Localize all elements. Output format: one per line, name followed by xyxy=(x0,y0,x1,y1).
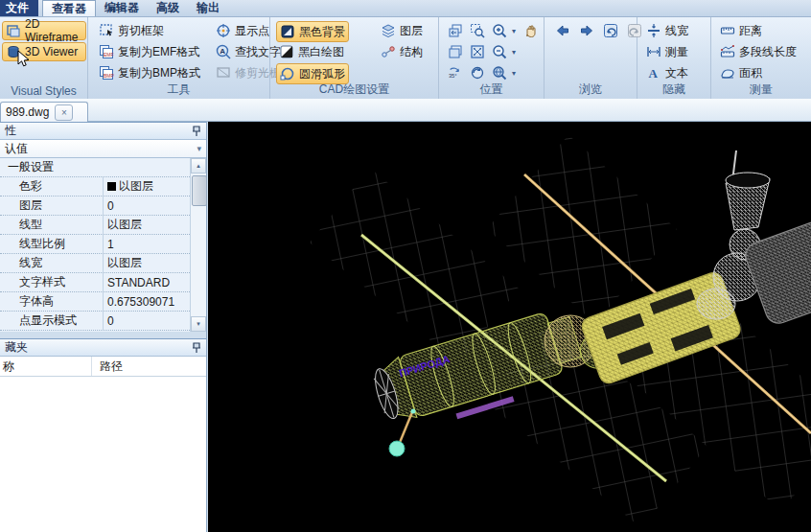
color-swatch xyxy=(107,182,116,191)
property-row-color[interactable]: 色彩 以图层 xyxy=(0,177,190,197)
smooth-arc-icon xyxy=(280,66,295,81)
tab-viewer[interactable]: 查看器 xyxy=(42,0,96,16)
pin-icon[interactable] xyxy=(192,342,201,354)
group-label-position: 位置 xyxy=(439,81,544,98)
group-tools: 剪切框架 EMF 复制为EMF格式 BMP 复制为BMP格式 显示点 A 查找文… xyxy=(88,17,270,99)
3d-viewer-button[interactable]: 3D Viewer xyxy=(2,42,86,61)
tab-advanced[interactable]: 高级 xyxy=(148,0,188,16)
document-tab[interactable]: 989.dwg × xyxy=(0,102,88,122)
zoom-in-icon[interactable] xyxy=(492,23,507,38)
tab-editor[interactable]: 编辑器 xyxy=(96,0,148,16)
polyline-length-button[interactable]: 多段线长度 xyxy=(717,42,799,61)
zoom-extents-icon[interactable] xyxy=(470,44,485,59)
distance-label: 距离 xyxy=(739,23,762,39)
svg-text:A: A xyxy=(220,47,225,56)
bw-drawing-icon xyxy=(279,44,294,59)
show-points-button[interactable]: 显示点 xyxy=(213,21,272,40)
property-row-linetype[interactable]: 线型 以图层 xyxy=(0,216,190,235)
copy-bmp-button[interactable]: BMP 复制为BMP格式 xyxy=(96,63,203,82)
property-category-row[interactable]: 一般设置 xyxy=(0,158,190,177)
pin-icon[interactable] xyxy=(192,126,201,137)
mouse-cursor xyxy=(17,50,31,69)
property-row-linetype-scale[interactable]: 线型比例 1 xyxy=(0,235,190,254)
space-station-wireframe: ПРИРОДА xyxy=(208,122,811,532)
ribbon-tab-bar: 文件 查看器 编辑器 高级 输出 xyxy=(0,0,811,17)
copy-emf-label: 复制为EMF格式 xyxy=(118,44,199,60)
area-button[interactable]: 面积 xyxy=(717,63,765,82)
measure-icon xyxy=(646,44,661,59)
hide-measure-button[interactable]: 测量 xyxy=(643,42,691,61)
property-row-textstyle[interactable]: 文字样式 STANDARD xyxy=(0,273,190,292)
scrollbar-thumb[interactable] xyxy=(192,175,207,206)
polyline-length-label: 多段线长度 xyxy=(739,44,797,60)
clip-frame-button[interactable]: 剪切框架 xyxy=(96,21,167,40)
zoom-out-dropdown-arrow[interactable]: ▾ xyxy=(512,48,516,57)
group-label-visual-styles: Visual Styles xyxy=(0,84,87,98)
zoom-in-dropdown-arrow[interactable]: ▾ xyxy=(512,27,516,35)
group-measure: 距离 多段线长度 面积 测量 xyxy=(711,17,811,99)
area-icon xyxy=(720,65,735,81)
group-label-tools: 工具 xyxy=(88,81,269,98)
text-label: 文本 xyxy=(665,65,688,81)
properties-header-label: 性 xyxy=(5,123,16,139)
scroll-up-icon[interactable]: ▴ xyxy=(191,158,206,173)
polyline-length-icon xyxy=(720,44,735,59)
zoom-out-icon[interactable] xyxy=(492,44,507,59)
text-button[interactable]: A 文本 xyxy=(643,63,691,82)
bw-drawing-button[interactable]: 黑白绘图 xyxy=(276,42,347,61)
3d-viewer-label: 3D Viewer xyxy=(25,45,78,58)
property-row-pointmode[interactable]: 点显示模式 0 xyxy=(0,312,190,331)
copy-view-icon[interactable] xyxy=(448,44,463,59)
document-tab-bar: 989.dwg × xyxy=(0,99,811,122)
copy-emf-button[interactable]: EMF 复制为EMF格式 xyxy=(96,42,202,61)
black-background-toggle[interactable]: 黑色背景 xyxy=(276,21,349,42)
rotate-angle-icon[interactable]: 35° xyxy=(448,65,463,81)
forward-icon[interactable] xyxy=(579,23,594,38)
svg-text:EMF: EMF xyxy=(104,52,114,58)
properties-table: 一般设置 色彩 以图层 图层 0 线型 以图层 线型比例 1 xyxy=(0,158,206,332)
tab-output[interactable]: 输出 xyxy=(188,0,228,16)
group-cad-settings: 黑色背景 黑白绘图 圆滑弧形 图层 结构 CAD绘图设置 xyxy=(270,17,439,99)
lineweight-label: 线宽 xyxy=(665,23,688,39)
close-document-icon[interactable]: × xyxy=(55,104,73,121)
distance-button[interactable]: 距离 xyxy=(717,21,765,40)
favorites-list[interactable] xyxy=(0,377,206,532)
preset-value: 认值 xyxy=(5,141,28,157)
previous-view-icon[interactable] xyxy=(448,23,463,38)
layers-button[interactable]: 图层 xyxy=(378,21,426,40)
favorites-column-path[interactable]: 路径 xyxy=(92,357,206,376)
back-icon[interactable] xyxy=(555,23,570,38)
favorites-column-headers: 称 路径 xyxy=(0,357,206,377)
black-background-icon xyxy=(280,24,295,39)
group-browse: 浏览 xyxy=(545,17,637,99)
property-row-fontheight[interactable]: 字体高 0.675309071 xyxy=(0,292,190,312)
group-visual-styles: 2D Wireframe 3D Viewer Visual Styles xyxy=(0,17,88,99)
favorites-header-label: 藏夹 xyxy=(5,339,28,356)
lineweight-button[interactable]: 线宽 xyxy=(643,21,691,40)
pan-hand-icon[interactable] xyxy=(522,23,538,38)
tab-file[interactable]: 文件 xyxy=(0,0,38,16)
structure-button[interactable]: 结构 xyxy=(378,42,426,61)
text-icon: A xyxy=(646,65,661,81)
layers-icon xyxy=(381,23,396,38)
zoom-custom-dropdown-arrow[interactable]: ▾ xyxy=(512,69,516,78)
scroll-down-icon[interactable]: ▾ xyxy=(191,316,206,332)
panel-divider xyxy=(0,332,206,338)
properties-scrollbar[interactable]: ▴ ▾ xyxy=(190,158,206,332)
property-row-lineweight[interactable]: 线宽 以图层 xyxy=(0,254,190,273)
2d-wireframe-button[interactable]: 2D Wireframe xyxy=(2,21,86,40)
group-label-hide: 隐藏 xyxy=(637,81,710,98)
zoom-custom-icon[interactable] xyxy=(492,65,507,81)
antenna-ball xyxy=(389,441,405,456)
rotate-view-icon[interactable] xyxy=(470,65,485,81)
zoom-window-icon[interactable] xyxy=(470,23,485,38)
category-label: 一般设置 xyxy=(0,159,54,175)
3d-viewport[interactable]: ПРИРОДА xyxy=(208,122,811,532)
black-background-label: 黑色背景 xyxy=(299,24,345,40)
favorites-column-name[interactable]: 称 xyxy=(0,357,92,376)
undo-view-icon[interactable] xyxy=(603,23,618,38)
left-panel: 性 认值 ▾ 一般设置 色彩 以图层 图层 0 线型 xyxy=(0,122,207,532)
property-row-layer[interactable]: 图层 0 xyxy=(0,197,190,216)
property-preset-dropdown[interactable]: 认值 ▾ xyxy=(0,140,206,158)
bw-drawing-label: 黑白绘图 xyxy=(298,44,344,60)
